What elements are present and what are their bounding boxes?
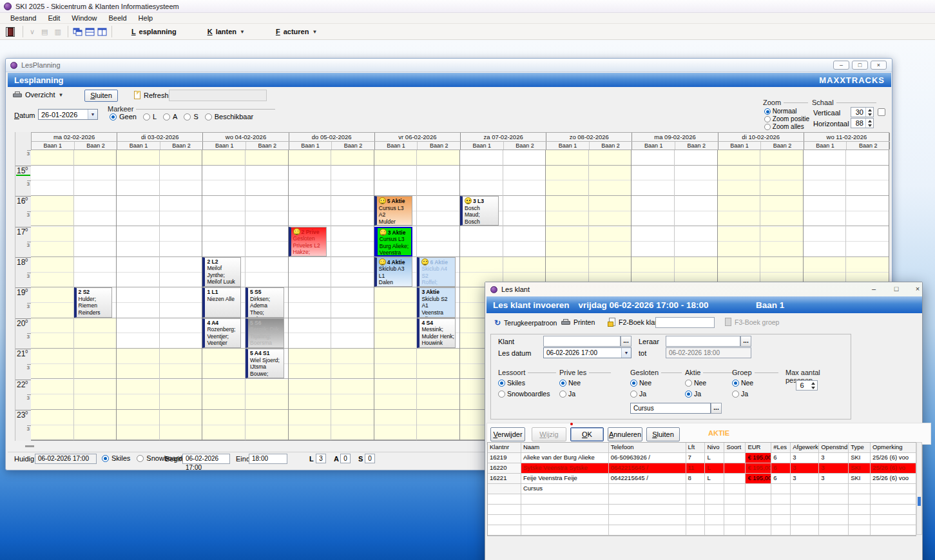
groep-radio-ja[interactable] (732, 391, 739, 398)
menu-item-edit[interactable]: Edit (43, 14, 65, 23)
calendar-cell[interactable] (675, 196, 717, 211)
column-header-openstnd[interactable]: Openstnd. (819, 443, 849, 453)
lane-header[interactable]: Baan 2 (246, 142, 289, 150)
calendar-cell[interactable] (160, 318, 202, 334)
calendar-cell[interactable] (289, 425, 331, 441)
calendar-cell[interactable] (246, 380, 288, 395)
column-header-soort[interactable]: Soort (724, 443, 746, 453)
calendar-cell[interactable] (289, 257, 331, 273)
minimize-button[interactable]: – (833, 61, 849, 70)
quick-input[interactable] (655, 317, 715, 328)
calendar-cell[interactable] (117, 211, 159, 227)
calendar-cell[interactable] (160, 257, 202, 273)
lane-header[interactable]: Baan 1 (117, 142, 160, 150)
calendar-cell[interactable] (804, 150, 846, 166)
markeer-radio-a[interactable] (163, 113, 170, 121)
calendar-cell[interactable] (460, 227, 503, 242)
calendar-cell[interactable] (589, 211, 631, 227)
calendar-cell[interactable] (246, 180, 288, 196)
calendar-cell[interactable] (718, 211, 760, 227)
calendar-cell[interactable] (846, 166, 889, 181)
tile-horizontal-icon[interactable] (85, 28, 95, 36)
calendar-cell[interactable] (31, 287, 73, 303)
calendar-cell[interactable] (31, 349, 73, 364)
calendar-cell[interactable] (718, 257, 760, 273)
calendar-cell[interactable] (546, 196, 588, 211)
klant-field[interactable] (543, 336, 621, 347)
calendar-cell[interactable] (74, 180, 117, 196)
calendar-cell[interactable] (202, 242, 245, 257)
calendar-cell[interactable] (289, 303, 331, 318)
calendar-cell[interactable] (374, 349, 417, 364)
lane-header[interactable]: Baan 1 (289, 142, 333, 150)
column-header-eur[interactable]: EUR (746, 443, 771, 453)
calendar-cell[interactable] (331, 211, 374, 227)
calendar-cell[interactable] (74, 425, 117, 441)
calendar-cell[interactable] (331, 257, 374, 273)
cursus-field[interactable]: Cursus (630, 403, 711, 414)
appointment[interactable]: 3 L3BoschMaud;Bosch (460, 196, 499, 226)
calendar-cell[interactable] (760, 257, 803, 273)
calendar-cell[interactable] (117, 318, 159, 334)
calendar-cell[interactable] (160, 166, 202, 181)
calendar-cell[interactable] (417, 425, 459, 441)
appointment[interactable]: 3 AktieCursus L3Burg Alieke;Veenstra (374, 227, 413, 256)
calendar-cell[interactable] (417, 394, 459, 410)
calendar-cell[interactable] (374, 303, 417, 318)
calendar-cell[interactable] (374, 180, 417, 196)
calendar-cell[interactable] (417, 196, 459, 211)
calendar-cell[interactable] (289, 196, 331, 211)
aktie-radio-nee[interactable] (685, 380, 692, 387)
lane-header[interactable]: Baan 2 (75, 142, 118, 150)
column-header-nivo[interactable]: Nivo (705, 443, 724, 453)
calendar-cell[interactable] (246, 166, 288, 181)
markeer-radio-geen[interactable] (110, 113, 117, 121)
calendar-cell[interactable] (417, 211, 459, 227)
refresh-button[interactable]: Refresh (134, 91, 169, 99)
calendar-cell[interactable] (31, 180, 73, 196)
calendar-cell[interactable] (31, 166, 73, 181)
prive-les-radio-nee[interactable] (559, 380, 566, 387)
calendar-cell[interactable] (417, 150, 459, 166)
calendar-cell[interactable] (846, 150, 889, 166)
calendar-cell[interactable] (246, 242, 288, 257)
calendar-cell[interactable] (503, 196, 546, 211)
calendar-cell[interactable] (503, 242, 546, 257)
calendar-cell[interactable] (331, 410, 374, 425)
exit-button[interactable] (3, 25, 18, 39)
calendar-cell[interactable] (417, 380, 459, 395)
calendar-cell[interactable] (417, 227, 459, 242)
calendar-cell[interactable] (331, 150, 374, 166)
calendar-cell[interactable] (160, 196, 202, 211)
calendar-cell[interactable] (160, 380, 202, 395)
calendar-cell[interactable] (117, 287, 159, 303)
calendar-cell[interactable] (589, 150, 631, 166)
prive-les-radio-ja[interactable] (559, 391, 566, 398)
calendar-cell[interactable] (631, 227, 674, 242)
calendar-cell[interactable] (675, 211, 717, 227)
calendar-cell[interactable] (117, 364, 159, 380)
calendar-cell[interactable] (202, 211, 245, 227)
calendar-cell[interactable] (374, 333, 417, 349)
calendar-cell[interactable] (117, 150, 159, 166)
calendar-cell[interactable] (202, 394, 245, 410)
f2-boek-klant-button[interactable]: F2-Boek klant (609, 318, 660, 326)
calendar-cell[interactable] (331, 166, 374, 181)
calendar-cell[interactable] (246, 150, 288, 166)
calendar-cell[interactable] (374, 410, 417, 425)
calendar-cell[interactable] (74, 318, 117, 334)
calendar-cell[interactable] (503, 227, 546, 242)
markeer-radio-s[interactable] (184, 113, 191, 121)
overzicht-button[interactable]: Overzicht ▼ (13, 91, 63, 99)
calendar-cell[interactable] (331, 364, 374, 380)
lane-header[interactable]: Baan 1 (203, 142, 246, 150)
calendar-cell[interactable] (417, 180, 459, 196)
calendar-cell[interactable] (31, 394, 73, 410)
markeer-radio-beschikbaar[interactable] (205, 113, 212, 121)
calendar-cell[interactable] (760, 211, 803, 227)
lane-header[interactable]: Baan 1 (804, 142, 847, 150)
calendar-cell[interactable] (675, 166, 717, 181)
lane-header[interactable]: Baan 1 (32, 142, 75, 150)
calendar-cell[interactable] (546, 180, 588, 196)
groep-radio-nee[interactable] (732, 380, 739, 387)
